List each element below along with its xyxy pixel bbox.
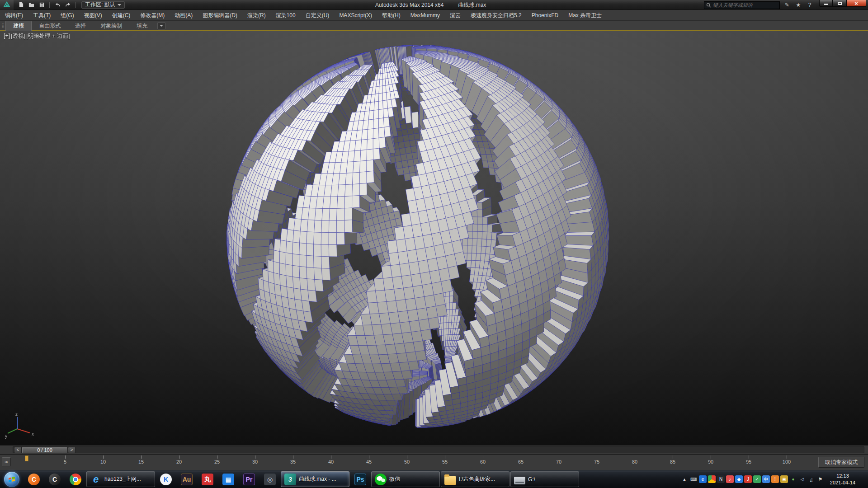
redo-icon bbox=[65, 2, 71, 8]
viewport-canvas[interactable] bbox=[0, 31, 868, 445]
toolbar-grip-icon[interactable]: ⣿ bbox=[1, 23, 4, 28]
viewport-menu-view[interactable]: [透视] bbox=[11, 33, 25, 40]
quick-access-toolbar bbox=[16, 1, 78, 9]
taskbar-grid-app[interactable]: ▦ bbox=[218, 471, 238, 487]
tray-icon-12[interactable]: ● bbox=[789, 475, 797, 483]
tray-icon-4[interactable]: N bbox=[717, 475, 725, 483]
taskbar-capture-app[interactable]: ◎ bbox=[260, 471, 280, 487]
help-icon[interactable]: ? bbox=[806, 1, 814, 9]
new-scene-button[interactable] bbox=[16, 1, 25, 9]
menu-item-16[interactable]: 极速瘦身安全归档5.2 bbox=[466, 10, 527, 21]
viewport-menu-plus[interactable]: [+] bbox=[4, 33, 10, 40]
tray-icon-13[interactable]: ◁ bbox=[798, 475, 806, 483]
menu-item-5[interactable]: 创建(C) bbox=[107, 10, 136, 21]
timeline-tick-75: 75 bbox=[597, 455, 597, 459]
menu-item-4[interactable]: 视图(V) bbox=[79, 10, 107, 21]
menu-item-13[interactable]: 帮助(H) bbox=[377, 10, 406, 21]
current-frame-marker[interactable] bbox=[25, 455, 28, 461]
taskbar-clock[interactable]: 12:13 2021-04-14 bbox=[826, 473, 860, 486]
taskbar-wechat-window[interactable]: 微信 bbox=[371, 471, 440, 487]
max-window-label: 曲线球.max - ... bbox=[299, 475, 336, 483]
taskbar-drive-window[interactable]: G:\ bbox=[510, 471, 579, 487]
tray-icon-7[interactable]: J bbox=[744, 475, 752, 483]
tray-icon-8[interactable]: ✓ bbox=[753, 475, 761, 483]
tray-expand-button[interactable]: ▲ bbox=[680, 474, 689, 484]
infocenter-search[interactable] bbox=[704, 1, 780, 9]
tray-icon-15[interactable]: ⚑ bbox=[816, 475, 824, 483]
menu-item-18[interactable]: Max 杀毒卫士 bbox=[563, 10, 607, 21]
taskbar-premiere[interactable]: Pr bbox=[239, 471, 259, 487]
ribbon-minimize-toggle[interactable] bbox=[157, 22, 165, 29]
taskbar-folder-window[interactable]: I:\古色高级家... bbox=[441, 471, 509, 487]
tray-icon-2[interactable]: e bbox=[699, 475, 707, 483]
menu-item-17[interactable]: PhoenixFD bbox=[527, 10, 563, 21]
menu-item-1[interactable]: 编辑(E) bbox=[0, 10, 28, 21]
open-file-button[interactable] bbox=[27, 1, 36, 9]
close-button[interactable]: × bbox=[846, 0, 866, 7]
taskbar-wan-app[interactable]: 丸 bbox=[198, 471, 217, 487]
viewport-menu-shading[interactable]: [明暗处理 + 边面] bbox=[26, 33, 70, 40]
menu-item-7[interactable]: 动画(A) bbox=[170, 10, 198, 21]
tray-icon-1[interactable]: ⌨ bbox=[690, 475, 698, 483]
minimize-button[interactable] bbox=[819, 0, 833, 7]
premiere-icon: Pr bbox=[243, 474, 255, 485]
ribbon-tab-2[interactable]: 自由形式 bbox=[32, 21, 68, 31]
taskbar-audition[interactable]: Au bbox=[177, 471, 197, 487]
ribbon-tab-4[interactable]: 对象绘制 bbox=[93, 21, 129, 31]
taskbar-chrome[interactable] bbox=[66, 471, 85, 487]
tray-icon-6[interactable]: ◆ bbox=[735, 475, 743, 483]
taskbar-browser-c-dark[interactable]: C bbox=[45, 471, 65, 487]
mini-curve-editor-button[interactable]: ≈ bbox=[2, 457, 11, 466]
start-button[interactable] bbox=[0, 470, 24, 488]
previous-frame-button[interactable]: < bbox=[14, 447, 22, 453]
tray-icon-5[interactable]: ♪ bbox=[726, 475, 734, 483]
menu-item-11[interactable]: 自定义(U) bbox=[301, 10, 335, 21]
workspace-label: 工作区: 默认 bbox=[85, 1, 115, 9]
menu-item-3[interactable]: 组(G) bbox=[56, 10, 79, 21]
taskbar-hao123-window[interactable]: ehao123_上网... bbox=[86, 471, 155, 487]
taskbar-photoshop[interactable]: Ps bbox=[350, 471, 370, 487]
timeline-tick-60: 60 bbox=[483, 455, 483, 459]
undo-icon bbox=[55, 2, 61, 8]
browser-c-orange-icon: C bbox=[28, 474, 40, 485]
ribbon-tab-5[interactable]: 填充 bbox=[129, 21, 155, 31]
pencil-icon[interactable]: ✎ bbox=[783, 1, 791, 9]
max-window-icon: 3 bbox=[284, 474, 296, 485]
taskbar-k-app[interactable]: K bbox=[156, 471, 176, 487]
chevron-down-icon bbox=[160, 25, 163, 27]
undo-button[interactable] bbox=[53, 1, 62, 9]
app-logo-button[interactable] bbox=[0, 0, 14, 10]
cancel-expert-mode-button[interactable]: 取消专家模式 bbox=[818, 457, 864, 468]
save-file-button[interactable] bbox=[37, 1, 46, 9]
time-slider-track[interactable] bbox=[13, 446, 864, 453]
audition-icon: Au bbox=[181, 474, 193, 485]
tray-icon-11[interactable]: ◉ bbox=[780, 475, 788, 483]
menu-item-10[interactable]: 渲染100 bbox=[271, 10, 301, 21]
favorites-star-icon[interactable]: ★ bbox=[794, 1, 802, 9]
ribbon-tab-1[interactable]: 建模 bbox=[5, 21, 32, 31]
maximize-button[interactable] bbox=[833, 0, 846, 7]
next-frame-button[interactable]: > bbox=[68, 447, 75, 453]
tray-icon-9[interactable]: 中 bbox=[762, 475, 770, 483]
tray-icon-10[interactable]: ! bbox=[771, 475, 779, 483]
workspace-selector[interactable]: 工作区: 默认 bbox=[81, 1, 125, 9]
menu-item-6[interactable]: 修改器(M) bbox=[135, 10, 170, 21]
redo-button[interactable] bbox=[63, 1, 72, 9]
3dsmax-logo-icon bbox=[3, 1, 10, 9]
search-input[interactable] bbox=[713, 2, 778, 8]
taskbar-browser-c-orange[interactable]: C bbox=[24, 471, 44, 487]
time-slider-handle[interactable]: 0 / 100 bbox=[22, 447, 67, 453]
menu-item-2[interactable]: 工具(T) bbox=[28, 10, 56, 21]
track-bar[interactable]: ≈ 取消专家模式 5101520253035404550556065707580… bbox=[0, 454, 868, 470]
menu-item-8[interactable]: 图形编辑器(D) bbox=[198, 10, 242, 21]
tray-icon-14[interactable]: ⣴ bbox=[807, 475, 815, 483]
taskbar-max-window[interactable]: 3曲线球.max - ... bbox=[281, 471, 349, 487]
menu-item-15[interactable]: 渲云 bbox=[445, 10, 466, 21]
menu-item-12[interactable]: MAXScript(X) bbox=[334, 10, 377, 21]
new-file-icon bbox=[18, 2, 24, 8]
menu-item-14[interactable]: MaxMummy bbox=[406, 10, 445, 21]
timeline-tick-35: 35 bbox=[293, 455, 293, 459]
ribbon-tab-3[interactable]: 选择 bbox=[68, 21, 93, 31]
menu-item-9[interactable]: 渲染(R) bbox=[242, 10, 271, 21]
tray-icon-3[interactable] bbox=[708, 475, 716, 483]
